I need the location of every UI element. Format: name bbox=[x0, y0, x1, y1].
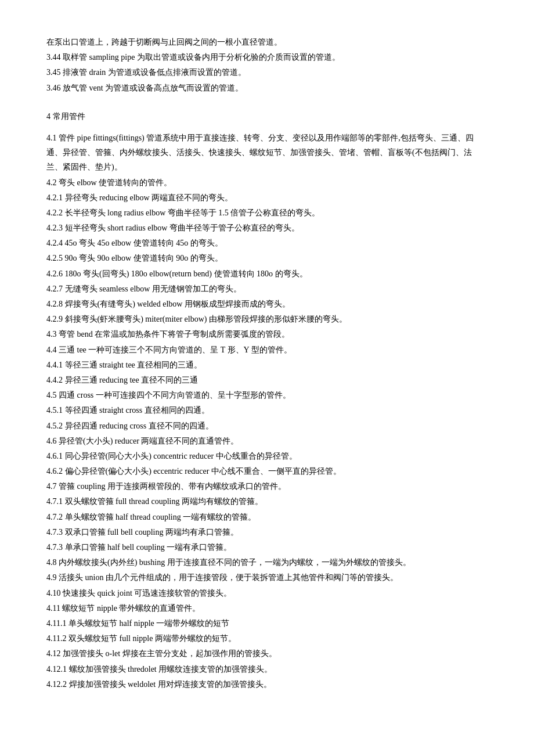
item-3-44: 3.44 取样管 sampling pipe 为取出管道或设备内用于分析化验的介… bbox=[46, 50, 488, 64]
item-3-45: 3.45 排液管 drain 为管道或设备低点排液而设置的管道。 bbox=[46, 65, 488, 80]
main-content: 在泵出口管道上，跨越于切断阀与止回阀之间的一根小直径管道。 3.44 取样管 s… bbox=[46, 35, 488, 692]
item-4-4: 4.4 三通 tee 一种可连接三个不同方向管道的、呈 T 形、Y 型的管件。 bbox=[46, 343, 488, 357]
item-4-7-2: 4.7.2 单头螺纹管箍 half thread coupling 一端有螺纹的… bbox=[46, 510, 488, 524]
item-4-3: 4.3 弯管 bend 在常温或加热条件下将管子弯制成所需要弧度的管段。 bbox=[46, 327, 488, 341]
item-4-11: 4.11 螺纹短节 nipple 带外螺纹的直通管件。 bbox=[46, 601, 488, 615]
item-4-2-3: 4.2.3 短半径弯头 short radius elbow 弯曲半径等于管子公… bbox=[46, 221, 488, 235]
item-4-12-2: 4.12.2 焊接加强管接头 weldolet 用对焊连接支管的加强管接头。 bbox=[46, 677, 488, 692]
item-4-2: 4.2 弯头 elbow 使管道转向的管件。 bbox=[46, 175, 488, 190]
item-4-12-1: 4.12.1 螺纹加强管接头 thredolet 用螺纹连接支管的加强管接头。 bbox=[46, 662, 488, 676]
item-4-2-7: 4.2.7 无缝弯头 seamless elbow 用无缝钢管加工的弯头。 bbox=[46, 282, 488, 296]
item-4-10: 4.10 快速接头 quick joint 可迅速连接软管的管接头。 bbox=[46, 586, 488, 600]
item-4-7-3b: 4.7.3 单承口管箍 half bell coupling 一端有承口管箍。 bbox=[46, 540, 488, 555]
item-4-6-1: 4.6.1 同心异径管(同心大小头) concentric reducer 中心… bbox=[46, 449, 488, 463]
item-4-12: 4.12 加强管接头 o-let 焊接在主管分支处，起加强作用的管接头。 bbox=[46, 646, 488, 661]
item-4-2-8: 4.2.8 焊接弯头(有缝弯头) welded elbow 用钢板成型焊接而成的… bbox=[46, 297, 488, 311]
intro-paragraph: 在泵出口管道上，跨越于切断阀与止回阀之间的一根小直径管道。 bbox=[46, 35, 488, 49]
item-4-2-4: 4.2.4 45o 弯头 45o elbow 使管道转向 45o 的弯头。 bbox=[46, 236, 488, 250]
item-4-11-2: 4.11.2 双头螺纹短节 full nipple 两端带外螺纹的短节。 bbox=[46, 631, 488, 646]
item-4-7-3a: 4.7.3 双承口管箍 full bell coupling 两端均有承口管箍。 bbox=[46, 525, 488, 539]
item-4-5-2: 4.5.2 异径四通 reducing cross 直径不同的四通。 bbox=[46, 419, 488, 433]
item-4-11-1: 4.11.1 单头螺纹短节 half nipple 一端带外螺纹的短节 bbox=[46, 616, 488, 631]
item-4-8: 4.8 内外螺纹接头(内外丝) bushing 用于连接直径不同的管子，一端为内… bbox=[46, 555, 488, 570]
item-4-2-5: 4.2.5 90o 弯头 90o elbow 使管道转向 90o 的弯头。 bbox=[46, 251, 488, 265]
item-4-4-1: 4.4.1 等径三通 straight tee 直径相同的三通。 bbox=[46, 358, 488, 372]
item-3-46: 3.46 放气管 vent 为管道或设备高点放气而设置的管道。 bbox=[46, 81, 488, 95]
item-4-2-9: 4.2.9 斜接弯头(虾米腰弯头) miter(miter elbow) 由梯形… bbox=[46, 312, 488, 326]
item-4-1: 4.1 管件 pipe fittings(fittings) 管道系统中用于直接… bbox=[46, 131, 488, 175]
item-4-6: 4.6 异径管(大小头) reducer 两端直径不同的直通管件。 bbox=[46, 434, 488, 448]
section-4-items: 4.1 管件 pipe fittings(fittings) 管道系统中用于直接… bbox=[46, 131, 488, 692]
item-4-4-2: 4.4.2 异径三通 reducing tee 直径不同的三通 bbox=[46, 373, 488, 387]
item-4-2-1: 4.2.1 异径弯头 reducing elbow 两端直径不同的弯头。 bbox=[46, 190, 488, 205]
item-4-9: 4.9 活接头 union 由几个元件组成的，用于连接管段，便于装拆管道上其他管… bbox=[46, 570, 488, 585]
item-4-5: 4.5 四通 cross 一种可连接四个不同方向管道的、呈十字型形的管件。 bbox=[46, 388, 488, 402]
section-3-items: 3.44 取样管 sampling pipe 为取出管道或设备内用于分析化验的介… bbox=[46, 50, 488, 95]
item-4-7: 4.7 管箍 coupling 用于连接两根管段的、带有内螺纹或承口的管件。 bbox=[46, 479, 488, 494]
item-4-5-1: 4.5.1 等径四通 straight cross 直径相同的四通。 bbox=[46, 403, 488, 417]
section-4-title: 4 常用管件 bbox=[46, 109, 488, 124]
item-4-7-1: 4.7.1 双头螺纹管箍 full thread coupling 两端均有螺纹… bbox=[46, 494, 488, 509]
item-4-2-6: 4.2.6 180o 弯头(回弯头) 180o elbow(return ben… bbox=[46, 267, 488, 281]
item-4-6-2: 4.6.2 偏心异径管(偏心大小头) eccentric reducer 中心线… bbox=[46, 464, 488, 478]
item-4-2-2: 4.2.2 长半径弯头 long radius elbow 弯曲半径等于 1.5… bbox=[46, 206, 488, 220]
